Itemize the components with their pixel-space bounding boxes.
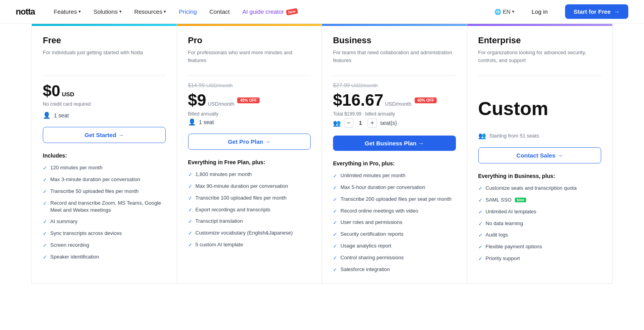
list-item: ✓Transcribe 50 uploaded files per month [43,188,166,196]
list-item: ✓Transcribe 200 uploaded files per seat … [333,196,456,204]
features-header-enterprise: Everything in Business, plus: [478,173,602,179]
price-amount-business: $16.67 [333,91,383,110]
list-item: ✓Unlimited minutes per month [333,172,456,180]
list-item: ✓Customize vocabulary (English&Japanese) [188,229,311,237]
seat-count: 1 [357,120,364,126]
check-icon: ✓ [333,255,337,262]
plan-name-free: Free [43,35,166,46]
check-icon: ✓ [188,171,192,179]
list-item: ✓Export recordings and transcripts [188,206,311,214]
check-icon: ✓ [188,218,192,226]
new-badge: New [286,8,298,15]
language-selector[interactable]: 🌐 EN ▾ [494,9,514,15]
pricing-grid: Free For individuals just getting starte… [31,24,613,284]
price-currency-pro: USD/month [208,101,234,107]
check-icon: ✓ [188,230,192,237]
plan-enterprise: Enterprise For organizations looking for… [467,24,613,283]
list-item: ✓User roles and permissions [333,219,456,227]
plan-business: Business For teams that need collaborati… [322,24,467,283]
check-icon: ✓ [333,219,337,227]
check-icon: ✓ [478,255,483,263]
pricing-section: Free For individuals just getting starte… [16,24,628,299]
list-item: ✓120 minutes per month [43,164,166,172]
contact-sales-button[interactable]: Contact Sales → [478,147,602,163]
plan-bar-business [322,24,467,26]
check-icon: ✓ [478,197,483,204]
nav-contact[interactable]: Contact [209,8,230,15]
plan-desc-enterprise: For organizations looking for advanced s… [478,49,602,69]
get-started-button[interactable]: Get Started → [43,127,166,143]
check-icon: ✓ [478,244,483,251]
seat-row-pro: 👤 1 seat [188,118,311,126]
nav-solutions[interactable]: Solutions ▾ [93,8,122,15]
check-icon: ✓ [43,176,47,184]
chevron-icon: ▾ [164,9,166,14]
nav-resources[interactable]: Resources ▾ [134,8,166,15]
list-item: ✓Audit logs [478,231,602,239]
check-icon: ✓ [333,196,337,204]
list-item: ✓Usage analytics report [333,242,456,250]
list-item: ✓Security certification reports [333,231,456,238]
list-item: ✓Flexible payment options [478,243,602,251]
nav-pricing[interactable]: Pricing [179,8,197,15]
no-cc-free: No credit card required [43,101,166,107]
features-header-pro: Everything in Free Plan, plus: [188,159,311,165]
check-icon: ✓ [188,183,192,191]
price-currency-free: USD [62,91,75,97]
list-item: ✓Customize seats and transcription quota [478,185,602,192]
feature-list-business: ✓Unlimited minutes per month ✓Max 5-hour… [333,172,456,274]
seat-increment-button[interactable]: + [368,118,377,128]
list-item: ✓Transcript translation [188,218,311,226]
check-icon: ✓ [188,207,192,214]
person-icon: 👤 [188,118,196,126]
nav-features[interactable]: Features ▾ [54,8,81,15]
list-item: ✓Salesforce integration [333,266,456,274]
features-header-free: Includes: [43,152,166,159]
price-amount-pro: $9 [188,91,207,110]
check-icon: ✓ [333,231,337,238]
price-row-free: $0 USD [43,82,166,100]
list-item: ✓Screen recording [43,242,166,249]
list-item: ✓Record online meetings with video [333,207,456,215]
start-free-button[interactable]: Start for Free → [565,4,628,19]
plan-desc-free: For individuals just getting started wit… [43,49,166,69]
chevron-icon: ▾ [512,9,514,14]
nav-ai-guide[interactable]: AI guide creator New [242,8,297,15]
check-icon: ✓ [478,185,483,192]
check-icon: ✓ [333,243,337,250]
check-icon: ✓ [333,184,337,192]
check-icon: ✓ [43,200,47,207]
new-badge: New [515,198,526,202]
get-pro-button[interactable]: Get Pro Plan → [188,134,311,150]
plan-bar-free [32,24,177,26]
persons-icon: 👥 [478,132,486,139]
list-item: ✓5 custom AI template [188,241,311,249]
check-icon: ✓ [43,242,47,249]
billed-note-business: Total $199.99 · billed annually [333,111,456,117]
plan-desc-business: For teams that need collaboration and ad… [333,49,456,69]
get-business-button[interactable]: Get Business Plan → [333,136,456,151]
price-row-business: $16.67 USD/month 40% OFF [333,91,456,110]
check-icon: ✓ [333,208,337,215]
check-icon: ✓ [43,188,47,196]
check-icon: ✓ [43,254,47,261]
price-row-enterprise: Custom [478,98,602,119]
seat-row-business: 👥 − 1 + seat(s) [333,118,456,128]
list-item: ✓Speaker identification [43,253,166,261]
logo[interactable]: notta [16,7,35,17]
check-icon: ✓ [43,165,47,172]
list-item: ✓1,800 minutes per month [188,171,311,179]
navbar: notta Features ▾ Solutions ▾ Resources ▾… [0,0,644,24]
arrow-right-icon: → [614,8,620,15]
list-item: ✓Control sharing permissions [333,254,456,262]
original-price-pro: $14.99 USD/month [188,82,311,88]
plan-name-enterprise: Enterprise [478,35,602,46]
price-row-pro: $9 USD/month 40% OFF [188,91,311,110]
features-header-business: Everything in Pro, plus: [333,160,456,167]
seat-decrement-button[interactable]: − [344,118,353,128]
billed-note-pro: Billed annually [188,111,311,117]
list-item: ✓Unlimited AI templates [478,208,602,216]
list-item: ✓AI summary [43,218,166,226]
check-icon: ✓ [478,232,483,239]
login-button[interactable]: Log in [532,8,548,15]
